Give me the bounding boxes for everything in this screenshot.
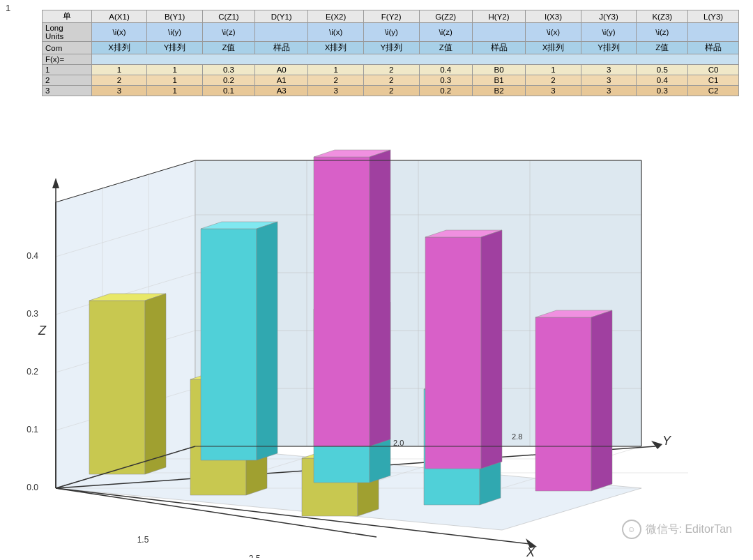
col-header-c: C(Z1)	[202, 10, 254, 23]
row-label-3: 3	[43, 86, 92, 96]
cell-lu-e: \i(x)	[308, 23, 364, 42]
cell-3-j: 3	[581, 86, 637, 96]
cell-3-k: 0.3	[637, 86, 688, 96]
cell-2-c: 0.2	[202, 75, 254, 86]
cell-lu-f: \i(y)	[363, 23, 419, 42]
cell-3-h: B2	[472, 86, 525, 96]
cell-3-b: 1	[147, 86, 203, 96]
cell-3-c: 0.1	[202, 86, 254, 96]
cell-3-l: C2	[688, 86, 739, 96]
cell-1-h: B0	[472, 65, 525, 75]
col-header-f: F(Y2)	[363, 10, 419, 23]
cell-com-c: Z值	[202, 42, 254, 54]
cell-com-j: Y排列	[581, 42, 637, 54]
bar-x1y2-side	[257, 222, 277, 460]
data-table: 单 A(X1) B(Y1) C(Z1) D(Y1) E(X2) F(Y2) G(…	[42, 10, 739, 96]
cell-fx	[91, 54, 738, 65]
bar-x1y1-side	[145, 294, 166, 474]
x-tick-25: 2.5	[249, 554, 261, 558]
cell-3-g: 0.2	[419, 86, 472, 96]
cell-lu-c: \i(z)	[202, 23, 254, 42]
cell-2-f: 2	[363, 75, 419, 86]
bar-x1y2-front	[201, 229, 257, 460]
cell-1-d: A0	[255, 65, 308, 75]
cell-2-k: 0.4	[637, 75, 688, 86]
cell-1-k: 0.5	[637, 65, 688, 75]
cell-2-i: 2	[526, 75, 581, 86]
cell-1-a: 1	[91, 65, 147, 75]
cell-lu-b: \i(y)	[147, 23, 203, 42]
cell-2-g: 0.3	[419, 75, 472, 86]
cell-3-a: 3	[91, 86, 147, 96]
cell-1-l: C0	[688, 65, 739, 75]
z-tick-01: 0.1	[26, 425, 38, 434]
z-tick-04: 0.4	[26, 251, 38, 261]
row-label-com: Com	[43, 42, 92, 54]
watermark: ☺ 微信号: EditorTan	[622, 520, 732, 539]
col-header-b: B(Y1)	[147, 10, 203, 23]
cell-com-d: 样品	[255, 42, 308, 54]
x-axis-label: X	[526, 545, 535, 558]
cell-com-l: 样品	[688, 42, 739, 54]
cell-com-f: Y排列	[363, 42, 419, 54]
cell-1-b: 1	[147, 65, 203, 75]
row-label-long-units: LongUnits	[43, 23, 92, 42]
cell-2-h: B1	[472, 75, 525, 86]
bar-x1y3-front	[314, 157, 370, 446]
col-header-h: H(Y2)	[472, 10, 525, 23]
col-header-l: L(Y3)	[688, 10, 739, 23]
row-label-fx: F(x)=	[43, 54, 92, 65]
bar-x2y3-front	[425, 237, 481, 469]
cell-lu-k: \i(z)	[637, 23, 688, 42]
col-header-j: J(Y3)	[581, 10, 637, 23]
y-tick-28: 2.8	[512, 432, 522, 441]
row-label-2: 2	[43, 75, 92, 86]
cell-lu-a: \i(x)	[91, 23, 147, 42]
cell-1-e: 1	[308, 65, 364, 75]
z-tick-02: 0.2	[26, 367, 38, 377]
cell-1-f: 2	[363, 65, 419, 75]
cell-com-h: 样品	[472, 42, 525, 54]
z-axis-label: Z	[38, 324, 47, 338]
cell-com-a: X排列	[91, 42, 147, 54]
x-tick-15: 1.5	[137, 535, 149, 545]
cell-2-l: C1	[688, 75, 739, 86]
col-header-k: K(Z3)	[637, 10, 688, 23]
cell-lu-d	[255, 23, 308, 42]
cell-3-i: 3	[526, 86, 581, 96]
cell-1-g: 0.4	[419, 65, 472, 75]
cell-2-d: A1	[255, 75, 308, 86]
cell-lu-g: \i(z)	[419, 23, 472, 42]
3d-bar-chart: Z X Y 0.0 0.1 0.2 0.3 0.4 1.5 2.5 3.5 1.…	[0, 119, 753, 558]
cell-3-e: 3	[308, 86, 364, 96]
bar-x1y3-side	[370, 150, 390, 446]
col-header-e: E(X2)	[308, 10, 364, 23]
cell-com-e: X排列	[308, 42, 364, 54]
cell-1-i: 1	[526, 65, 581, 75]
table-corner: 单	[43, 10, 92, 23]
cell-1-c: 0.3	[202, 65, 254, 75]
cell-2-a: 2	[91, 75, 147, 86]
watermark-icon: ☺	[622, 520, 641, 539]
cell-2-b: 1	[147, 75, 203, 86]
cell-lu-j: \i(y)	[581, 23, 637, 42]
cell-com-i: X排列	[526, 42, 581, 54]
watermark-text: 微信号: EditorTan	[646, 522, 732, 537]
z-tick-03: 0.3	[26, 309, 38, 319]
cell-com-g: Z值	[419, 42, 472, 54]
cell-3-d: A3	[255, 86, 308, 96]
bar-x1y1-front	[89, 301, 145, 474]
bar-x3y3-side	[591, 310, 612, 491]
col-header-d: D(Y1)	[255, 10, 308, 23]
cell-lu-l	[688, 23, 739, 42]
cell-2-j: 3	[581, 75, 637, 86]
page-number: 1	[6, 3, 10, 13]
y-tick-20: 2.0	[393, 439, 404, 447]
col-header-a: A(X1)	[91, 10, 147, 23]
bar-x2y3-side	[481, 230, 502, 469]
cell-com-b: Y排列	[147, 42, 203, 54]
col-header-i: I(X3)	[526, 10, 581, 23]
cell-2-e: 2	[308, 75, 364, 86]
cell-com-k: Z值	[637, 42, 688, 54]
cell-1-j: 3	[581, 65, 637, 75]
